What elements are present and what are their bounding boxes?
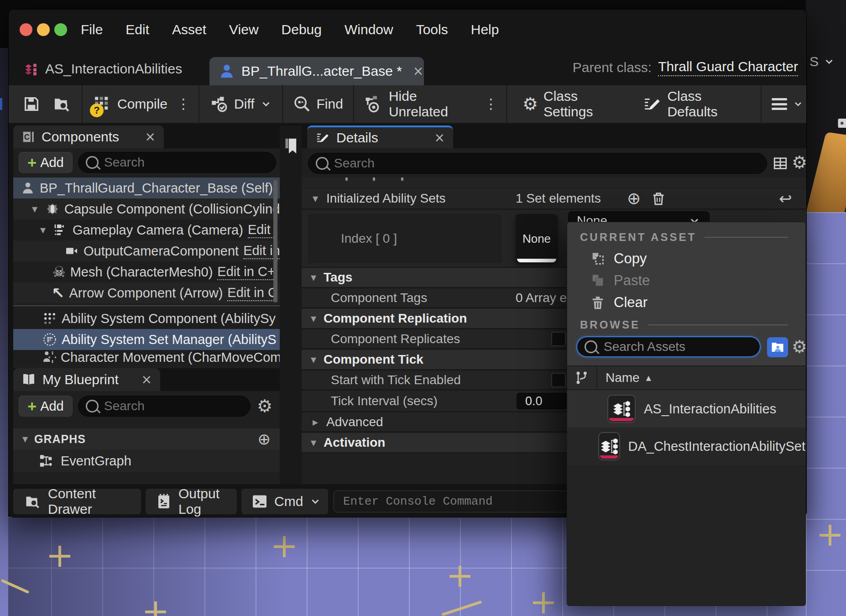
asset-search[interactable]	[576, 336, 761, 357]
menu-edit[interactable]: Edit	[125, 22, 149, 37]
tick-interval-input[interactable]: 0.0	[517, 393, 568, 409]
tree-row-label: Character Movement (CharMoveCom	[61, 350, 280, 365]
tab-details-panel[interactable]: Details ×	[307, 125, 453, 148]
components-search[interactable]	[78, 152, 276, 173]
copy-menu-item[interactable]: Copy	[567, 248, 805, 270]
triangle-down-icon[interactable]: ▾	[313, 193, 318, 204]
tree-row-ability-set-manager[interactable]: Ability System Set Manager (AbilityS	[13, 329, 280, 350]
tab-bp-thrallguard-character-base[interactable]: BP_ThrallG...acter_Base * ×	[209, 57, 424, 85]
cmd-label: Cmd	[274, 494, 303, 509]
components-panel-icon: C	[21, 130, 35, 144]
asset-list-header[interactable]: Name ▴	[567, 365, 805, 390]
macos-close-button[interactable]	[20, 23, 32, 36]
content-browser-button[interactable]	[767, 337, 788, 357]
details-settings-gear-icon[interactable]: ⚙	[792, 154, 806, 171]
asset-search-input[interactable]	[603, 339, 752, 355]
add-element-icon[interactable]: ⊕	[627, 190, 641, 207]
add-blueprint-item-button[interactable]: + Add	[19, 396, 73, 417]
class-settings-button[interactable]: ⚙ Class Settings	[522, 89, 626, 120]
bookmark-icon[interactable]	[284, 137, 298, 155]
macos-zoom-button[interactable]	[54, 23, 67, 36]
details-search[interactable]	[308, 153, 767, 174]
tab-as-interactionabilities[interactable]: AS_InteractionAbilities	[18, 56, 188, 82]
paste-menu-item[interactable]: Paste	[567, 270, 805, 292]
blueprint-settings-gear-icon[interactable]: ⚙	[257, 397, 272, 415]
display-filter-icon[interactable]	[773, 156, 788, 171]
hierarchy-icon[interactable]	[574, 371, 589, 385]
console-command-input[interactable]	[342, 494, 574, 509]
toolbar-overflow-menu[interactable]	[772, 98, 804, 110]
initialized-ability-sets-row[interactable]: ▾ Initialized Ability Sets 1 Set element…	[302, 188, 806, 209]
tree-row-output-camera[interactable]: OutputCameraComponent Edit in	[13, 240, 280, 261]
tab-close-icon[interactable]: ×	[413, 65, 423, 78]
add-graph-icon[interactable]: ⊕	[258, 431, 271, 447]
delete-elements-icon[interactable]	[651, 191, 666, 206]
tree-row-gameplay-camera[interactable]: ▾ Gameplay Camera (Camera) Edit i	[13, 219, 280, 240]
asset-thumbnail[interactable]: None	[516, 214, 558, 263]
hide-unrelated-options-icon[interactable]: ⋮	[484, 97, 498, 111]
class-defaults-button[interactable]: Class Defaults	[642, 89, 751, 120]
macos-minimize-button[interactable]	[37, 23, 50, 36]
expander-icon[interactable]: ▾	[37, 224, 49, 235]
diff-button[interactable]: Diff	[209, 94, 272, 114]
expander-icon[interactable]: ▾	[29, 204, 41, 214]
my-blueprint-search[interactable]	[78, 396, 251, 417]
my-blueprint-icon	[21, 372, 36, 387]
menu-window[interactable]: Window	[345, 22, 393, 37]
tree-row-self[interactable]: BP_ThrallGuard_Character_Base (Self)	[13, 177, 280, 198]
event-graph-row[interactable]: EventGraph	[13, 449, 280, 472]
plus-icon: +	[27, 154, 37, 172]
tab-my-blueprint-panel[interactable]: My Blueprint ×	[13, 368, 160, 391]
components-search-input[interactable]	[103, 155, 268, 170]
menu-view[interactable]: View	[229, 22, 258, 37]
graphs-section-header[interactable]: ▾ GRAPHS ⊕	[13, 428, 280, 449]
tree-row-mesh[interactable]: ☠ Mesh (CharacterMesh0) Edit in C+	[13, 261, 280, 282]
asset-row-as-interactionabilities[interactable]: AS_InteractionAbilities	[567, 390, 805, 428]
add-component-button[interactable]: * + Add	[19, 152, 73, 173]
tree-row-arrow[interactable]: ↖ Arrow Component (Arrow) Edit in C	[13, 282, 280, 303]
console-command-field[interactable]	[334, 491, 582, 512]
viewport-panel-icon[interactable]	[837, 116, 846, 130]
details-search-input[interactable]	[333, 156, 759, 171]
compile-options-icon[interactable]: ⋮	[177, 97, 190, 111]
content-drawer-button[interactable]: Content Drawer	[13, 489, 141, 514]
find-button[interactable]: Find	[293, 95, 343, 113]
panel-close-icon[interactable]: ×	[434, 131, 445, 144]
edit-in-cpp-link[interactable]: Edit in C	[227, 285, 277, 301]
edit-in-cpp-link[interactable]: Edit i	[248, 222, 277, 238]
tree-row-ability-system[interactable]: Ability System Component (AbilitySy	[13, 308, 280, 329]
name-column-label[interactable]: Name	[606, 371, 640, 385]
component-replicates-checkbox[interactable]	[551, 332, 566, 346]
panel-close-icon[interactable]: ×	[141, 373, 152, 386]
find-in-content-browser-button[interactable]	[52, 95, 72, 113]
save-button[interactable]	[22, 95, 41, 113]
tab-components-panel[interactable]: C Components ×	[13, 125, 164, 148]
clipped-toolbar-button[interactable]: S	[809, 54, 835, 69]
menu-asset[interactable]: Asset	[172, 22, 206, 37]
asset-row-da-chestinteractionabilityset[interactable]: DA_ChestInteractionAbilitySet	[567, 428, 805, 465]
asset-picker-popup: CURRENT ASSET Copy Paste Clear BROWSE ⚙	[567, 222, 806, 606]
menu-debug[interactable]: Debug	[282, 22, 322, 37]
start-tick-checkbox[interactable]	[551, 373, 566, 387]
clear-menu-item[interactable]: Clear	[567, 292, 805, 313]
compile-button[interactable]: ? Compile	[93, 94, 167, 114]
tree-row-character-movement[interactable]: Character Movement (CharMoveCom	[13, 350, 280, 365]
content-drawer-label: Content Drawer	[48, 486, 131, 517]
picker-settings-gear-icon[interactable]: ⚙	[792, 338, 806, 355]
collapsed-panel-strip	[280, 125, 302, 484]
triangle-right-icon[interactable]: ▸	[313, 417, 318, 428]
hide-unrelated-button[interactable]: Hide Unrelated	[364, 89, 475, 120]
my-blueprint-search-input[interactable]	[103, 398, 243, 414]
parent-class-link[interactable]: Thrall Guard Character	[658, 59, 798, 76]
menu-file[interactable]: File	[81, 22, 103, 37]
tree-row-capsule[interactable]: ▾ Capsule Component (CollisionCylinde	[13, 198, 280, 219]
output-log-button[interactable]: Output Log	[146, 489, 237, 514]
panel-close-icon[interactable]: ×	[145, 131, 156, 143]
components-scrollbar[interactable]	[273, 180, 277, 303]
menu-tools[interactable]: Tools	[416, 22, 448, 37]
cmd-button[interactable]: Cmd	[241, 489, 328, 514]
reset-to-default-icon[interactable]: ↩	[779, 191, 792, 206]
edit-in-cpp-link[interactable]: Edit in C+	[217, 264, 275, 280]
sort-ascending-icon[interactable]: ▴	[646, 373, 651, 383]
menu-help[interactable]: Help	[471, 22, 499, 37]
